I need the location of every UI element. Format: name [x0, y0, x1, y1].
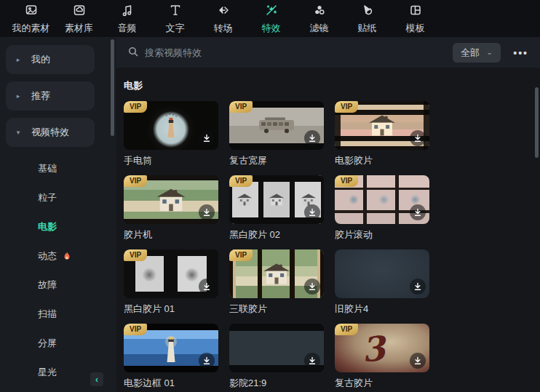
effect-label: 电影边框 01: [124, 377, 218, 390]
sidebar-group-recommended[interactable]: ▸ 推荐: [6, 81, 95, 111]
nav-label: 文字: [166, 22, 185, 35]
sidebar-group-label: 推荐: [31, 89, 50, 103]
main-scrollbar-thumb[interactable]: [535, 87, 539, 158]
template-icon: [408, 3, 423, 20]
sidebar-item-scan[interactable]: 扫描: [6, 300, 111, 329]
effect-cell: VIP 手电筒: [124, 101, 218, 167]
filter-icon: [312, 3, 327, 20]
effect-cell: VIP 黑白胶片 01: [124, 249, 218, 316]
vip-badge: VIP: [124, 249, 147, 261]
sidebar-item-splitscreen[interactable]: 分屏: [6, 329, 111, 358]
vip-badge: VIP: [124, 101, 147, 113]
effect-cell: VIP 电影边框 01: [124, 324, 218, 390]
nav-label: 转场: [214, 22, 233, 35]
effect-label: 复古胶片: [335, 377, 429, 390]
nav-label: 滤镜: [310, 22, 329, 35]
top-navigation: 我的素材 素材库 音频 文字 转场 特效 滤镜 贴纸 模板: [0, 0, 540, 38]
sidebar-item-dynamic[interactable]: 动态: [6, 241, 111, 271]
sidebar-group-video-effects[interactable]: ▾ 视频特效: [6, 118, 95, 147]
effect-label: 胶片滚动: [335, 228, 429, 241]
download-button[interactable]: [199, 353, 215, 369]
nav-filters[interactable]: 滤镜: [298, 3, 340, 35]
download-button[interactable]: [199, 204, 215, 220]
sidebar-scrollbar-thumb[interactable]: [111, 39, 114, 136]
my-media-icon: [24, 3, 39, 20]
effect-card-movie-film[interactable]: VIP: [335, 101, 429, 150]
sidebar-collapse-button[interactable]: ‹: [90, 372, 103, 386]
effects-grid: VIP 手电筒 VIP 复古宽屏: [124, 101, 540, 392]
nav-media-library[interactable]: 素材库: [58, 3, 100, 35]
sidebar-item-glitch[interactable]: 故障: [6, 271, 111, 300]
nav-audio[interactable]: 音频: [106, 3, 148, 35]
effect-cell: VIP 影院21:9: [229, 324, 324, 390]
nav-my-media[interactable]: 我的素材: [10, 3, 52, 35]
download-button[interactable]: [199, 130, 215, 146]
nav-label: 特效: [262, 22, 281, 35]
download-button[interactable]: [304, 204, 320, 220]
sticker-icon: [360, 3, 375, 20]
caret-down-icon: ▾: [15, 129, 22, 136]
download-button[interactable]: [410, 353, 426, 369]
download-button[interactable]: [304, 130, 320, 146]
effect-card-retro-film[interactable]: 3 VIP: [335, 324, 429, 372]
effects-icon: [264, 3, 279, 20]
audio-icon: [120, 3, 135, 20]
download-button[interactable]: [304, 353, 320, 369]
effect-card-cinema-21-9[interactable]: VIP: [229, 324, 324, 372]
transition-icon: [216, 3, 231, 20]
download-button[interactable]: [410, 204, 426, 220]
nav-text[interactable]: 文字: [154, 3, 196, 35]
vip-badge: VIP: [229, 249, 253, 261]
sidebar-group-mine[interactable]: ▸ 我的: [6, 45, 95, 74]
effect-cell: VIP 胶片机: [124, 175, 218, 241]
effect-card-triple-film[interactable]: VIP: [229, 249, 324, 298]
effect-card-bw-film-02[interactable]: VIP: [229, 175, 324, 224]
effect-label: 黑白胶片 01: [124, 303, 218, 316]
nav-effects[interactable]: 特效: [250, 3, 292, 35]
nav-label: 音频: [118, 22, 137, 35]
download-button[interactable]: [410, 130, 426, 146]
nav-templates[interactable]: 模板: [394, 3, 436, 35]
sidebar-item-particles[interactable]: 粒子: [6, 183, 111, 212]
nav-transition[interactable]: 转场: [202, 3, 244, 35]
nav-label: 我的素材: [12, 22, 50, 35]
download-button[interactable]: [199, 279, 215, 295]
countdown-3-glyph: 3: [360, 331, 387, 367]
effect-label: 影院21:9: [229, 377, 324, 390]
media-library-icon: [72, 3, 87, 20]
download-button[interactable]: [410, 279, 426, 295]
effects-content: 电影 VIP 手电筒: [116, 68, 540, 392]
effect-cell: VIP 三联胶片: [229, 249, 324, 316]
section-title: 电影: [124, 79, 540, 92]
text-icon: [168, 3, 183, 20]
caret-right-icon: ▸: [15, 56, 22, 63]
effect-cell: VIP 黑白胶片 02: [229, 175, 324, 241]
hot-flame-icon: [62, 251, 72, 261]
effect-card-flashlight[interactable]: VIP: [124, 101, 218, 150]
effect-card-retro-widescreen[interactable]: VIP: [229, 101, 324, 150]
vip-badge: VIP: [335, 101, 358, 113]
main-panel: 全部 ⌄ ••• 电影 VIP 手电筒: [116, 38, 540, 392]
effect-card-film-camera[interactable]: VIP: [124, 175, 218, 224]
effect-cell: VIP 电影胶片: [335, 101, 429, 167]
effect-cell: VIP 复古宽屏: [229, 101, 324, 167]
effect-cell: 3 VIP 复古胶片: [335, 324, 429, 390]
effect-card-bw-film-01[interactable]: VIP: [124, 249, 218, 298]
caret-right-icon: ▸: [15, 92, 22, 100]
effect-card-film-scroll[interactable]: VIP: [335, 175, 429, 224]
nav-stickers[interactable]: 贴纸: [346, 3, 388, 35]
effect-card-movie-border-01[interactable]: VIP: [124, 324, 218, 372]
vip-badge: VIP: [229, 101, 253, 113]
search-input[interactable]: [145, 47, 446, 58]
vip-badge: VIP: [335, 324, 358, 335]
download-button[interactable]: [304, 279, 320, 295]
nav-label: 模板: [406, 22, 425, 35]
more-menu-button[interactable]: •••: [513, 47, 528, 59]
category-filter-dropdown[interactable]: 全部 ⌄: [453, 43, 501, 63]
effect-card-old-film-4[interactable]: VIP: [335, 249, 429, 298]
sidebar-item-basic[interactable]: 基础: [6, 154, 111, 183]
vip-badge: VIP: [124, 175, 147, 187]
sidebar-item-movie[interactable]: 电影: [6, 212, 111, 241]
vip-badge: VIP: [229, 175, 253, 187]
effect-label: 手电筒: [124, 154, 218, 167]
